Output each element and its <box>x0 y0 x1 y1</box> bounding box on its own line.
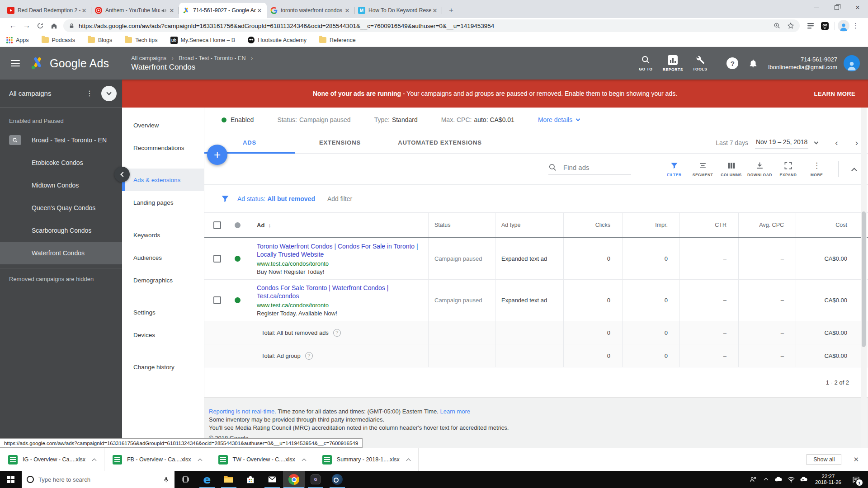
menu-icon[interactable] <box>11 60 20 66</box>
ad-title-link[interactable]: Condos For Sale Toronto | Waterfront Con… <box>257 284 425 300</box>
window-restore-button[interactable] <box>826 0 847 15</box>
column-header-impr[interactable]: Impr. <box>622 213 679 237</box>
reading-list-extension-icon[interactable] <box>807 22 815 29</box>
download-button[interactable]: DOWNLOAD <box>745 161 774 177</box>
home-button[interactable] <box>47 19 61 32</box>
bookmark-seneca[interactable]: BbMy.Seneca Home – B <box>170 37 236 44</box>
taskbar-gog[interactable]: G <box>305 471 326 488</box>
tab-automated-extensions[interactable]: AUTOMATED EXTENSIONS <box>385 132 495 153</box>
address-bar[interactable]: https://ads.google.com/aw/ads?campaignId… <box>63 19 800 32</box>
window-close-button[interactable]: × <box>847 0 868 15</box>
sidebar-campaign-waterfront-selected[interactable]: Waterfront Condos <box>0 242 122 264</box>
action-center-button[interactable]: 1 <box>846 471 865 488</box>
window-minimize-button[interactable] <box>806 0 826 15</box>
nav-item-audiences[interactable]: Audiences <box>122 246 204 269</box>
learn-more-button[interactable]: LEARN MORE <box>814 90 855 97</box>
back-button[interactable]: ← <box>6 19 20 32</box>
bookmark-star-icon[interactable] <box>787 22 794 29</box>
add-filter-button[interactable]: Add filter <box>327 195 352 202</box>
taskbar-edge[interactable]: e <box>196 471 218 488</box>
browser-tab-moz[interactable]: M How To Do Keyword Research - T ✕ <box>354 3 442 18</box>
learn-more-link[interactable]: Learn more <box>440 408 470 415</box>
column-header-status[interactable]: Status <box>428 213 495 237</box>
enabled-label[interactable]: Enabled <box>231 116 254 123</box>
ad-title-link[interactable]: Toronto Waterfront Condos | Condos For S… <box>257 242 425 258</box>
sidebar-campaign-queens-quay[interactable]: Queen's Quay Condos <box>0 197 122 219</box>
browser-menu-icon[interactable]: ⋮ <box>852 22 859 30</box>
wifi-icon[interactable] <box>785 471 797 488</box>
nav-item-landing-pages[interactable]: Landing pages <box>122 191 204 214</box>
forward-button[interactable]: → <box>20 19 33 32</box>
hootsuite-extension-icon[interactable] <box>821 22 829 30</box>
enabled-status-dot[interactable] <box>235 256 241 262</box>
find-ads-input[interactable] <box>563 164 631 171</box>
nav-item-demographics[interactable]: Demographics <box>122 269 204 291</box>
download-item-fb[interactable]: FB - Overview - Ca....xlsx <box>104 448 210 471</box>
show-all-downloads-button[interactable]: Show all <box>807 454 841 465</box>
collapse-table-chevron[interactable] <box>851 168 857 174</box>
tab-close-icon[interactable]: ✕ <box>80 7 88 14</box>
date-next-button[interactable]: › <box>855 138 858 148</box>
reporting-link[interactable]: Reporting is not real-time. <box>209 408 276 415</box>
task-view-button[interactable] <box>175 471 196 488</box>
account-avatar[interactable] <box>844 55 860 71</box>
row-checkbox[interactable] <box>213 255 221 263</box>
add-ad-button[interactable]: + <box>207 145 227 165</box>
tab-extensions[interactable]: EXTENSIONS <box>295 132 385 153</box>
chevron-up-icon[interactable] <box>302 458 306 463</box>
people-icon[interactable] <box>747 471 760 488</box>
browser-tab-youtube-music[interactable]: Anthem - YouTube Music ✕ <box>91 3 179 18</box>
reports-button[interactable]: REPORTS <box>660 55 686 72</box>
nav-item-recommendations[interactable]: Recommendations <box>122 136 204 159</box>
nav-item-keywords[interactable]: Keywords <box>122 224 204 246</box>
bookmark-blogs[interactable]: Blogs <box>88 37 112 43</box>
breadcrumb-all-campaigns[interactable]: All campaigns <box>131 55 166 61</box>
sidebar-campaign-midtown[interactable]: Midtown Condos <box>0 174 122 197</box>
mega-cloud-icon[interactable] <box>797 471 810 488</box>
new-tab-button[interactable]: + <box>445 4 458 17</box>
column-header-avg-cpc[interactable]: Avg. CPC <box>738 213 796 237</box>
browser-profile-avatar[interactable] <box>838 20 849 32</box>
expand-button[interactable]: EXPAND <box>774 161 802 177</box>
more-button[interactable]: ⋮ MORE <box>802 161 831 177</box>
scrollbar-thumb[interactable] <box>862 211 866 347</box>
row-checkbox[interactable] <box>213 296 221 304</box>
download-item-tw[interactable]: TW - Overview - C....xlsx <box>210 448 314 471</box>
tab-audio-icon[interactable] <box>161 8 167 14</box>
column-header-clicks[interactable]: Clicks <box>563 213 622 237</box>
enabled-status-dot[interactable] <box>235 297 241 303</box>
sidebar-collapse-button[interactable] <box>114 167 130 182</box>
help-icon[interactable]: ? <box>333 329 341 337</box>
sidebar-menu-icon[interactable]: ⋮ <box>86 89 93 98</box>
taskbar-mail[interactable] <box>261 471 283 488</box>
more-details-link[interactable]: More details <box>538 116 580 123</box>
sort-descending-icon[interactable]: ↓ <box>268 222 271 229</box>
taskbar-chrome-active[interactable] <box>283 471 305 488</box>
download-item-summary[interactable]: Summary - 2018-1....xlsx <box>314 448 419 471</box>
taskbar-clock[interactable]: 22:27 2018-11-26 <box>810 474 846 485</box>
column-header-ctr[interactable]: CTR <box>679 213 738 237</box>
onedrive-icon[interactable] <box>772 471 785 488</box>
breadcrumb-ad-group[interactable]: Waterfront Condos <box>131 63 256 72</box>
nav-item-ads-extensions-selected[interactable]: Ads & extensions <box>122 169 204 191</box>
sidebar-campaign-etobicoke[interactable]: Etobicoke Condos <box>0 151 122 174</box>
taskbar-store[interactable] <box>240 471 261 488</box>
taskbar-search[interactable] <box>22 471 175 488</box>
taskbar-file-explorer[interactable] <box>218 471 240 488</box>
date-range-selector[interactable]: Nov 19 – 25, 2018 <box>755 137 808 149</box>
page-scrollbar[interactable] <box>861 108 867 448</box>
sidebar-campaign-scarborough[interactable]: Scarborough Condos <box>0 219 122 242</box>
nav-item-overview[interactable]: Overview <box>122 114 204 136</box>
select-all-checkbox[interactable] <box>213 221 221 229</box>
chevron-up-icon[interactable] <box>406 458 410 463</box>
bookmark-podcasts[interactable]: Podcasts <box>42 37 75 43</box>
help-icon[interactable]: ? <box>305 352 313 360</box>
tab-close-icon[interactable]: ✕ <box>256 7 263 14</box>
columns-button[interactable]: COLUMNS <box>717 161 745 177</box>
tab-close-icon[interactable]: ✕ <box>344 7 351 14</box>
nav-item-settings[interactable]: Settings <box>122 301 204 324</box>
sidebar-collapse-dropdown-button[interactable] <box>101 86 117 101</box>
browser-tab-youtube[interactable]: Red Dead Redemption 2 - YouTu ✕ <box>4 3 91 18</box>
filter-button[interactable]: FILTER <box>660 161 689 177</box>
column-header-cost[interactable]: Cost <box>796 213 859 237</box>
